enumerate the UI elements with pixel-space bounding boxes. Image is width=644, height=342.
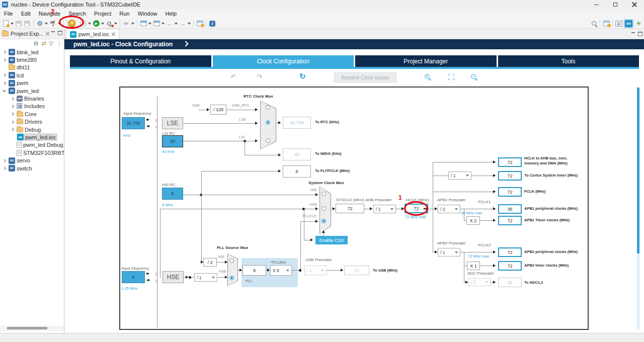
- enable-css-button[interactable]: Enable CSS: [315, 236, 348, 244]
- menu-project[interactable]: Project: [90, 10, 115, 18]
- tree-item-bme280[interactable]: IDEbme280: [0, 56, 64, 63]
- resolve-clock-issues-button[interactable]: Resolve Clock Issues: [334, 72, 396, 82]
- chevron-right-icon[interactable]: [2, 166, 7, 171]
- tab-pinout-configuration[interactable]: Pinout & Configuration: [70, 55, 211, 67]
- tree-item-pwm-led-ioc[interactable]: MXpwm_led.ioc: [0, 133, 64, 141]
- run-button[interactable]: ▶: [93, 20, 100, 27]
- last-edit-location-button[interactable]: [140, 20, 147, 27]
- zoom-fit-icon[interactable]: [448, 74, 454, 80]
- filter-icon[interactable]: ▽: [49, 40, 53, 47]
- minimize-button[interactable]: [587, 0, 606, 9]
- tree-item-pwm-led[interactable]: IDEpwm_led: [0, 87, 64, 95]
- close-view-icon[interactable]: [45, 32, 49, 36]
- refresh-clock-button[interactable]: ↻: [299, 72, 306, 81]
- chevron-right-icon[interactable]: [10, 112, 15, 117]
- tab-clock-configuration[interactable]: Clock Configuration: [213, 55, 354, 67]
- forward-button[interactable]: →: [179, 20, 186, 27]
- dropdown-caret-icon[interactable]: [101, 23, 104, 26]
- cubemx-perspective-button[interactable]: MX: [624, 19, 633, 28]
- tree-item-includes[interactable]: Includes: [0, 103, 64, 110]
- pll-mux-hse-radio[interactable]: [229, 276, 234, 280]
- chevron-right-icon[interactable]: [2, 73, 7, 78]
- cpp-perspective-button[interactable]: C: [615, 20, 622, 27]
- info-button[interactable]: i: [209, 20, 216, 27]
- chevron-right-icon[interactable]: [10, 104, 15, 109]
- menu-edit[interactable]: Edit: [17, 10, 35, 18]
- redo-button[interactable]: ↷: [257, 73, 262, 80]
- sys-mux-pllclk-radio[interactable]: [321, 219, 326, 223]
- minimize-view-icon[interactable]: [51, 31, 55, 35]
- pll-mux-hsi-radio[interactable]: [229, 259, 234, 263]
- tree-item-dht11[interactable]: dht11: [0, 64, 64, 71]
- chevron-right-icon[interactable]: [10, 127, 15, 132]
- sys-mux-hsi-radio[interactable]: [321, 192, 326, 196]
- flitfclk-output-field[interactable]: 8: [283, 165, 311, 178]
- close-button[interactable]: [625, 0, 644, 9]
- apb2-peripheral-field[interactable]: 72: [498, 247, 522, 257]
- hsi-frequency-box[interactable]: 8: [162, 188, 183, 200]
- rtc-mux-hse-radio[interactable]: [266, 105, 270, 110]
- sys-mux-hse-radio[interactable]: [321, 206, 326, 211]
- link-with-editor-icon[interactable]: ⇄: [41, 40, 46, 47]
- sysclk-field[interactable]: 72: [336, 204, 364, 213]
- menu-file[interactable]: File: [0, 10, 17, 18]
- tab-project-manager[interactable]: Project Manager: [355, 55, 497, 67]
- new-element-button[interactable]: ✎: [121, 19, 131, 29]
- menu-window[interactable]: Window: [133, 10, 161, 18]
- dropdown-caret-icon[interactable]: [175, 23, 178, 26]
- open-perspective-button-2[interactable]: [603, 20, 610, 27]
- new-wizard-button[interactable]: [2, 20, 9, 27]
- menu-help[interactable]: Help: [162, 10, 181, 18]
- tree-item-core[interactable]: Core: [0, 110, 64, 118]
- open-perspective-button[interactable]: [196, 20, 203, 27]
- dropdown-caret-icon[interactable]: [88, 23, 91, 26]
- minimize-editor-icon[interactable]: [631, 32, 635, 36]
- menu-run[interactable]: Run: [115, 10, 133, 18]
- apb2-prescaler-dropdown[interactable]: / 1: [438, 248, 460, 256]
- dropdown-caret-icon[interactable]: [114, 23, 117, 26]
- zoom-out-icon[interactable]: −: [471, 74, 476, 79]
- tab-tools[interactable]: Tools: [498, 55, 639, 67]
- editor-tab-pwm-led-ioc[interactable]: MX pwm_led.ioc: [66, 29, 119, 39]
- lse-frequency-field[interactable]: 32.768: [122, 117, 145, 129]
- tree-item-binaries[interactable]: Binaries: [0, 95, 64, 102]
- dropdown-caret-icon[interactable]: [162, 23, 165, 26]
- apb1-timer-field[interactable]: 72: [498, 216, 522, 225]
- tree-item-switch[interactable]: IDEswitch: [0, 164, 64, 172]
- apb2-timer-field[interactable]: 72: [498, 261, 522, 271]
- tree-item-blink-led[interactable]: IDEblink_led: [0, 48, 64, 56]
- undo-button[interactable]: ↶: [230, 73, 236, 80]
- usb-prescaler-dropdown[interactable]: / 1: [304, 266, 327, 275]
- tree-item-pwm-led-debug-launch[interactable]: pwm_led Debug.la: [0, 141, 64, 149]
- iwdg-output-field[interactable]: 40: [283, 148, 311, 160]
- cortex-prescaler-dropdown[interactable]: / 1: [448, 172, 471, 180]
- menu-navigate[interactable]: Navigate: [35, 10, 64, 18]
- maximize-editor-icon[interactable]: [638, 32, 642, 36]
- hse-frequency-field[interactable]: 8: [122, 271, 145, 283]
- lse-oscillator-box[interactable]: LSE: [162, 117, 183, 129]
- maximize-view-icon[interactable]: [58, 31, 62, 35]
- diagram-vertical-scrollbar[interactable]: [637, 88, 639, 330]
- tree-item-drivers[interactable]: Drivers: [0, 118, 64, 126]
- dropdown-caret-icon[interactable]: [45, 23, 48, 26]
- hclk-ahb-output-field[interactable]: 72: [498, 157, 522, 167]
- pll-hse-divider-dropdown[interactable]: / 1: [194, 273, 217, 282]
- dropdown-caret-icon[interactable]: [131, 23, 134, 26]
- save-button[interactable]: [15, 20, 22, 27]
- usb-output-field[interactable]: 72: [344, 266, 369, 275]
- tree-item-debug[interactable]: Debug: [0, 126, 64, 133]
- view-menu-icon[interactable]: ⋮: [56, 40, 62, 47]
- next-annotation-button[interactable]: [153, 20, 160, 27]
- scrollbar-thumb[interactable]: [7, 327, 47, 329]
- build-settings-button[interactable]: ⚙: [36, 20, 43, 27]
- rtc-mux-lsi-radio[interactable]: [266, 138, 270, 143]
- collapse-all-icon[interactable]: ⊟: [34, 40, 38, 47]
- dropdown-caret-icon[interactable]: [188, 23, 191, 26]
- tree-item-pwm[interactable]: IDEpwm: [0, 79, 64, 87]
- apb1-peripheral-field[interactable]: 36: [498, 204, 522, 214]
- build-button[interactable]: [49, 20, 56, 27]
- tree-item-lcd[interactable]: IDElcd: [0, 71, 64, 79]
- apb1-prescaler-dropdown[interactable]: / 2: [438, 205, 460, 213]
- rtc-output-field[interactable]: 32.768: [283, 117, 311, 129]
- restore-button[interactable]: [606, 0, 625, 9]
